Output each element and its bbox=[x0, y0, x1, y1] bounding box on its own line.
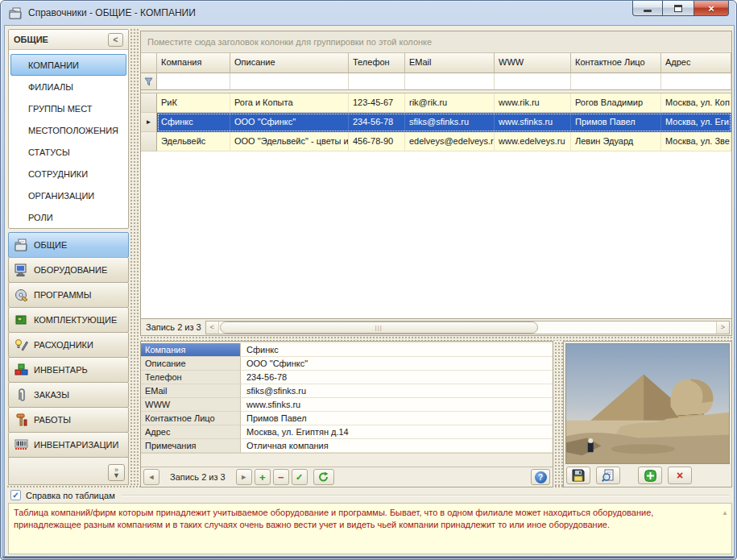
sidebar-item-branches[interactable]: ФИЛИАЛЫ bbox=[10, 76, 126, 97]
close-button[interactable]: × bbox=[694, 1, 729, 16]
scrollbar-thumb[interactable]: ||| bbox=[220, 321, 538, 334]
field-value[interactable]: ООО "Сфинкс" bbox=[241, 357, 553, 371]
cell-company[interactable]: Сфинкс bbox=[157, 113, 230, 132]
field-value[interactable]: Сфинкс bbox=[241, 343, 553, 357]
accordion-components[interactable]: КОМПЛЕКТУЮЩИЕ bbox=[8, 307, 129, 333]
sidebar-item-statuses[interactable]: СТАТУСЫ bbox=[10, 141, 126, 163]
field-value[interactable]: sfiks@sfinks.ru bbox=[241, 384, 553, 398]
column-header-company[interactable]: Компания bbox=[157, 53, 230, 73]
cell-description[interactable]: ООО "Эдельвейс" - цветы и вазы bbox=[230, 132, 349, 151]
cell-www[interactable]: www.edelveys.ru bbox=[495, 132, 571, 151]
next-record-button[interactable]: ► bbox=[236, 469, 252, 485]
group-by-panel[interactable]: Поместите сюда заголовок колонки для гру… bbox=[141, 31, 731, 53]
cell-description[interactable]: ООО "Сфинкс" bbox=[230, 113, 349, 132]
field-label[interactable]: EMail bbox=[141, 384, 241, 398]
cell-www[interactable]: www.sfinks.ru bbox=[495, 113, 571, 132]
grid-horizontal-scrollbar[interactable]: < ||| > bbox=[205, 321, 730, 334]
detail-row-address[interactable]: Адрес Москва, ул. Египтян д.14 bbox=[141, 425, 553, 439]
delete-image-button[interactable]: × bbox=[668, 467, 692, 484]
sidebar-splitter[interactable] bbox=[130, 28, 139, 485]
cell-phone[interactable]: 234-56-78 bbox=[349, 113, 405, 132]
filter-cell[interactable] bbox=[495, 73, 571, 90]
accordion-stocktaking[interactable]: ИНВЕНТАРИЗАЦИИ bbox=[8, 432, 129, 458]
accordion-more-button[interactable]: » ▼ bbox=[108, 464, 125, 481]
column-header-description[interactable]: Описание bbox=[230, 53, 349, 73]
detail-image-splitter[interactable] bbox=[554, 342, 563, 487]
cell-contact[interactable]: Рогов Владимир bbox=[571, 93, 661, 113]
filter-cell[interactable] bbox=[157, 73, 230, 90]
table-row[interactable]: Эдельвейс ООО "Эдельвейс" - цветы и вазы… bbox=[141, 132, 731, 151]
field-label[interactable]: Адрес bbox=[141, 425, 241, 439]
filter-cell[interactable] bbox=[349, 73, 405, 90]
cell-contact[interactable]: Левин Эдуард bbox=[571, 132, 661, 151]
accordion-works[interactable]: РАБОТЫ bbox=[8, 407, 129, 433]
accordion-equipment[interactable]: ОБОРУДОВАНИЕ bbox=[8, 257, 129, 283]
column-header-phone[interactable]: Телефон bbox=[349, 53, 405, 73]
delete-record-button[interactable]: − bbox=[273, 469, 289, 485]
filter-cell[interactable] bbox=[230, 73, 349, 90]
cell-description[interactable]: Рога и Копыта bbox=[230, 93, 349, 113]
field-label[interactable]: Примечания bbox=[141, 439, 241, 453]
detail-row-www[interactable]: WWW www.sfinks.ru bbox=[141, 398, 553, 412]
field-value[interactable]: Москва, ул. Египтян д.14 bbox=[241, 425, 553, 439]
preview-image-button[interactable] bbox=[596, 467, 620, 484]
sidebar-item-organizations[interactable]: ОРГАНИЗАЦИИ bbox=[10, 185, 126, 206]
scrollbar-track[interactable]: ||| bbox=[219, 321, 716, 334]
accordion-inventory[interactable]: ИНВЕНТАРЬ bbox=[8, 357, 129, 383]
sidebar-item-employees[interactable]: СОТРУДНИКИ bbox=[10, 163, 126, 185]
detail-row-contact[interactable]: Контактное Лицо Примов Павел bbox=[141, 412, 553, 425]
sidebar-item-companies[interactable]: КОМПАНИИ bbox=[10, 54, 126, 76]
filter-selector-cell[interactable] bbox=[141, 73, 157, 90]
cell-phone[interactable]: 123-45-67 bbox=[349, 93, 405, 113]
column-header-email[interactable]: EMail bbox=[405, 53, 495, 73]
cell-company[interactable]: РиК bbox=[157, 93, 230, 113]
collapse-sidebar-button[interactable]: < bbox=[108, 33, 123, 47]
field-value[interactable]: www.sfinks.ru bbox=[241, 398, 553, 412]
maximize-button[interactable] bbox=[663, 1, 694, 16]
field-value[interactable]: 234-56-78 bbox=[241, 371, 553, 384]
column-header-contact[interactable]: Контактное Лицо bbox=[571, 53, 661, 73]
scroll-left-button[interactable]: < bbox=[206, 321, 219, 334]
detail-row-phone[interactable]: Телефон 234-56-78 bbox=[141, 371, 553, 384]
field-label[interactable]: WWW bbox=[141, 398, 241, 412]
accordion-consumables[interactable]: РАСХОДНИКИ bbox=[8, 332, 129, 358]
scroll-right-button[interactable]: > bbox=[716, 321, 729, 334]
cell-email[interactable]: edelveys@edelveys.ru bbox=[405, 132, 495, 151]
filter-cell[interactable] bbox=[661, 73, 731, 90]
titlebar[interactable]: Справочники - ОБЩИЕ - КОМПАНИИ bbox=[1, 1, 736, 25]
cell-email[interactable]: rik@rik.ru bbox=[405, 93, 495, 113]
detail-row-description[interactable]: Описание ООО "Сфинкс" bbox=[141, 357, 553, 371]
field-label[interactable]: Компания bbox=[141, 343, 241, 357]
column-header-www[interactable]: WWW bbox=[495, 53, 571, 73]
detail-row-company[interactable]: Компания Сфинкс bbox=[141, 343, 553, 357]
accordion-orders[interactable]: ЗАКАЗЫ bbox=[8, 382, 129, 408]
cell-email[interactable]: sfiks@sfinks.ru bbox=[405, 113, 495, 132]
cell-address[interactable]: Москва, ул. Зве bbox=[661, 132, 731, 151]
prev-record-button[interactable]: ◄ bbox=[143, 469, 159, 485]
table-help-checkbox[interactable]: ✓ bbox=[10, 490, 21, 500]
cell-address[interactable]: Москва, ул. Еги bbox=[661, 113, 731, 132]
post-edit-button[interactable]: ✓ bbox=[292, 469, 308, 485]
field-label[interactable]: Описание bbox=[141, 357, 241, 371]
cell-www[interactable]: www.rik.ru bbox=[495, 93, 571, 113]
add-image-button[interactable] bbox=[638, 467, 662, 484]
cell-company[interactable]: Эдельвейс bbox=[157, 132, 230, 151]
field-value[interactable]: Примов Павел bbox=[241, 412, 553, 425]
cell-phone[interactable]: 456-78-90 bbox=[349, 132, 405, 151]
cell-contact[interactable]: Примов Павел bbox=[571, 113, 661, 132]
save-image-button[interactable] bbox=[566, 467, 590, 484]
column-header-address[interactable]: Адрес bbox=[661, 53, 731, 73]
filter-cell[interactable] bbox=[405, 73, 495, 90]
minimize-button[interactable] bbox=[632, 1, 663, 16]
accordion-general[interactable]: ОБЩИЕ bbox=[8, 232, 129, 258]
refresh-button[interactable] bbox=[313, 469, 334, 485]
filter-cell[interactable] bbox=[571, 73, 661, 90]
sidebar-item-place-groups[interactable]: ГРУППЫ МЕСТ bbox=[10, 97, 126, 119]
accordion-programs[interactable]: ПРОГРАММЫ bbox=[8, 282, 129, 308]
detail-row-email[interactable]: EMail sfiks@sfinks.ru bbox=[141, 384, 553, 398]
help-button[interactable]: ? bbox=[531, 469, 550, 485]
sidebar-item-locations[interactable]: МЕСТОПОЛОЖЕНИЯ bbox=[10, 119, 126, 141]
cell-address[interactable]: Москва, ул. Коп bbox=[661, 93, 731, 113]
table-row-selected[interactable]: ► Сфинкс ООО "Сфинкс" 234-56-78 sfiks@sf… bbox=[141, 113, 731, 132]
add-record-button[interactable]: + bbox=[255, 469, 271, 485]
